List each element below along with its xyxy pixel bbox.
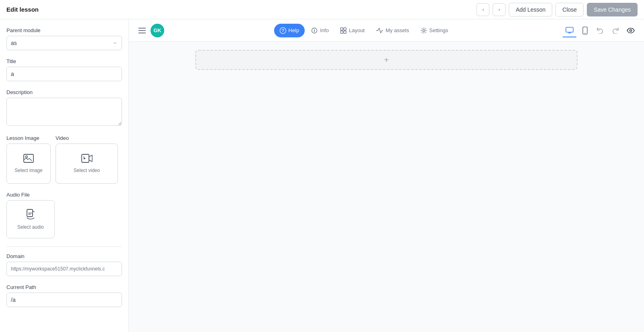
sidebar: Parent module as Title Description Lesso…: [0, 19, 129, 332]
add-lesson-button[interactable]: Add Lesson: [509, 3, 552, 16]
media-section: Lesson Image Select image Video: [6, 135, 122, 184]
preview-button[interactable]: [624, 24, 638, 37]
svg-text:?: ?: [281, 29, 284, 33]
avatar-initials: GK: [153, 27, 161, 33]
canvas-area: +: [129, 42, 644, 332]
layout-label: Layout: [349, 27, 365, 33]
toolbar-center: ? Help Info: [166, 24, 561, 37]
desktop-icon: [566, 27, 574, 33]
svg-point-21: [584, 33, 585, 33]
select-audio-label: Select audio: [17, 224, 44, 230]
my-assets-button[interactable]: My assets: [371, 24, 414, 37]
redo-button[interactable]: [609, 24, 622, 37]
select-image-label: Select image: [14, 168, 42, 173]
parent-module-group: Parent module as: [6, 27, 122, 50]
current-path-group: Current Path: [6, 284, 122, 307]
select-image-button[interactable]: Select image: [6, 143, 51, 184]
help-label: Help: [289, 27, 299, 33]
add-section-icon: +: [384, 55, 389, 65]
next-lesson-button[interactable]: ›: [493, 3, 506, 16]
svg-point-11: [314, 29, 315, 30]
svg-rect-14: [341, 31, 343, 33]
video-label: Video: [56, 135, 118, 141]
save-changes-button[interactable]: Save Changes: [587, 3, 638, 16]
undo-icon: [597, 27, 604, 34]
info-button[interactable]: Info: [306, 24, 334, 37]
description-group: Description: [6, 89, 122, 127]
menu-icon: [138, 28, 146, 33]
domain-input[interactable]: [6, 262, 122, 276]
current-path-input[interactable]: [6, 293, 122, 307]
select-video-button[interactable]: Select video: [56, 143, 118, 184]
preview-icon: [627, 28, 635, 33]
top-bar: Edit lesson ‹ › Add Lesson Close Save Ch…: [0, 0, 644, 19]
svg-point-22: [630, 29, 632, 31]
video-col: Video Select video: [56, 135, 118, 184]
layout-button[interactable]: Layout: [335, 24, 369, 37]
svg-rect-17: [566, 27, 573, 32]
desktop-view-button[interactable]: [563, 24, 576, 37]
settings-icon: [421, 27, 427, 34]
mobile-icon: [582, 27, 588, 35]
domain-label: Domain: [6, 253, 122, 259]
avatar-button[interactable]: GK: [151, 24, 164, 37]
my-assets-label: My assets: [386, 27, 409, 33]
svg-rect-12: [341, 28, 343, 30]
audio-icon: [26, 209, 35, 222]
close-button[interactable]: Close: [555, 3, 584, 16]
svg-rect-0: [24, 154, 33, 162]
settings-label: Settings: [429, 27, 448, 33]
description-textarea[interactable]: [6, 98, 122, 126]
parent-module-select[interactable]: as: [6, 36, 122, 50]
description-label: Description: [6, 89, 122, 95]
undo-button[interactable]: [593, 24, 607, 37]
lesson-image-label: Lesson Image: [6, 135, 51, 141]
settings-button[interactable]: Settings: [416, 24, 453, 37]
toolbar-right: [563, 24, 638, 37]
top-bar-left: Edit lesson: [6, 6, 39, 13]
my-assets-icon: [376, 28, 383, 33]
image-icon: [23, 154, 34, 165]
top-bar-right: ‹ › Add Lesson Close Save Changes: [477, 3, 638, 16]
current-path-label: Current Path: [6, 284, 122, 290]
title-group: Title: [6, 58, 122, 81]
parent-module-label: Parent module: [6, 27, 122, 33]
svg-rect-15: [344, 31, 346, 33]
info-label: Info: [320, 27, 329, 33]
menu-icon-button[interactable]: [135, 24, 149, 37]
audio-section: Audio File Select audio: [6, 192, 122, 238]
page-title: Edit lesson: [6, 6, 39, 13]
domain-group: Domain: [6, 253, 122, 276]
add-section-button[interactable]: +: [195, 50, 578, 70]
select-video-label: Select video: [74, 168, 100, 173]
redo-icon: [612, 27, 619, 34]
title-input[interactable]: [6, 67, 122, 81]
divider-1: [6, 246, 122, 247]
info-icon: [311, 27, 318, 34]
content-toolbar: GK ? Help Info: [129, 19, 644, 42]
lesson-image-col: Lesson Image Select image: [6, 135, 51, 184]
help-button[interactable]: ? Help: [274, 24, 305, 37]
content-area: GK ? Help Info: [129, 19, 644, 332]
svg-point-16: [423, 29, 425, 31]
toolbar-left: GK: [135, 24, 164, 37]
main-layout: Parent module as Title Description Lesso…: [0, 19, 644, 332]
mobile-view-button[interactable]: [578, 24, 592, 37]
prev-lesson-button[interactable]: ‹: [477, 3, 489, 16]
layout-icon: [340, 27, 347, 34]
video-icon: [81, 154, 93, 165]
media-row: Lesson Image Select image Video: [6, 135, 122, 184]
svg-point-1: [26, 156, 28, 158]
audio-file-label: Audio File: [6, 192, 122, 198]
title-label: Title: [6, 58, 122, 64]
svg-rect-13: [344, 28, 346, 30]
select-audio-button[interactable]: Select audio: [6, 200, 55, 238]
help-icon: ?: [280, 27, 286, 34]
